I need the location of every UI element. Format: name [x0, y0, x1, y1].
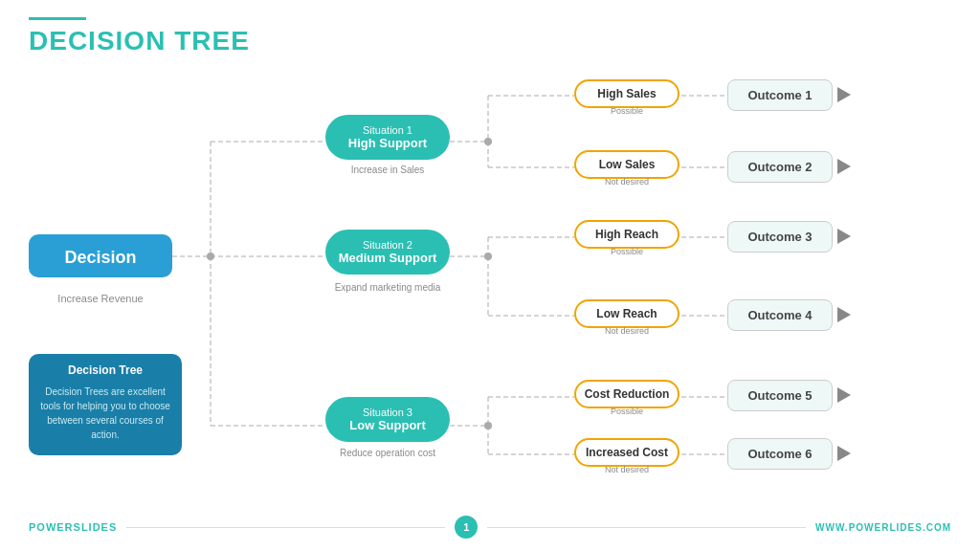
footer-page-number: 1: [455, 516, 478, 539]
svg-point-24: [484, 422, 492, 429]
condition-increased-cost: Increased Cost: [574, 438, 679, 467]
condition-low-reach: Low Reach: [574, 299, 679, 328]
outcome-4-label: Outcome 4: [734, 308, 826, 322]
page-title: DECISION TREE: [29, 26, 250, 56]
outcome-4-arrow: [837, 307, 851, 322]
outcome-2-arrow: [837, 159, 851, 174]
situation-1-sublabel: Increase in Sales: [325, 165, 450, 175]
svg-point-12: [484, 138, 492, 145]
condition-cost-reduction-label: Cost Reduction: [584, 387, 670, 401]
info-box: Decision Tree Decision Trees are excelle…: [29, 354, 182, 455]
condition-low-reach-label: Low Reach: [584, 307, 670, 320]
condition-high-reach-label: High Reach: [584, 228, 670, 241]
outcome-box-5: Outcome 5: [727, 380, 833, 411]
outcome-1-arrow: [837, 87, 851, 102]
info-box-title: Decision Tree: [40, 363, 170, 377]
condition-increased-cost-label: Increased Cost: [584, 446, 670, 459]
outcome-3-arrow: [837, 229, 851, 244]
situation-node-2: Situation 2 Medium Support: [325, 230, 450, 275]
situation-1-line1: Situation 1: [333, 124, 442, 136]
footer: POWERSLIDES 1 WWW.POWERLIDES.COM: [0, 516, 980, 539]
outcome-2-label: Outcome 2: [734, 160, 826, 174]
situation-3-line2: Low Support: [333, 418, 442, 432]
footer-brand-black: POWER: [29, 521, 74, 533]
outcome-6-arrow: [837, 446, 851, 461]
header-accent-line: [29, 17, 86, 20]
title-black: DECISION: [29, 26, 166, 55]
svg-point-6: [207, 253, 214, 260]
outcome-box-1: Outcome 1: [727, 79, 833, 111]
outcome-box-3: Outcome 3: [727, 221, 833, 253]
outcome-box-4: Outcome 4: [727, 299, 833, 331]
situation-3-sublabel: Reduce operation cost: [325, 448, 450, 458]
condition-increased-cost-sublabel: Not desired: [574, 465, 679, 474]
info-box-description: Decision Trees are excellent tools for h…: [40, 385, 170, 442]
svg-point-18: [484, 253, 492, 260]
header: DECISION TREE: [29, 17, 250, 56]
title-teal: TREE: [166, 26, 249, 55]
footer-brand: POWERSLIDES: [29, 521, 117, 533]
outcome-box-6: Outcome 6: [727, 438, 833, 470]
decision-sublabel: Increase Revenue: [29, 293, 172, 304]
situation-1-line2: High Support: [333, 136, 442, 150]
outcome-5-arrow: [837, 387, 851, 403]
condition-low-sales-label: Low Sales: [584, 158, 670, 171]
condition-high-reach: High Reach: [574, 220, 679, 249]
condition-high-sales-sublabel: Possible: [574, 106, 679, 116]
outcome-5-label: Outcome 5: [734, 388, 826, 403]
outcome-box-2: Outcome 2: [727, 151, 833, 183]
situation-3-line1: Situation 3: [333, 407, 442, 418]
footer-brand-teal: SLIDES: [74, 521, 118, 533]
condition-high-sales: High Sales: [574, 79, 679, 108]
footer-line-right: [487, 527, 806, 528]
decision-node: Decision: [29, 234, 172, 277]
situation-2-line1: Situation 2: [333, 239, 442, 251]
situation-node-3: Situation 3 Low Support: [325, 397, 450, 442]
condition-high-sales-label: High Sales: [584, 87, 670, 100]
condition-low-sales: Low Sales: [574, 150, 679, 179]
situation-2-sublabel: Expand marketing media: [325, 282, 450, 293]
outcome-6-label: Outcome 6: [734, 447, 826, 461]
condition-cost-reduction-sublabel: Possible: [574, 407, 679, 416]
situation-node-1: Situation 1 High Support: [325, 115, 450, 160]
condition-high-reach-sublabel: Possible: [574, 247, 679, 256]
condition-cost-reduction: Cost Reduction: [574, 380, 679, 408]
footer-line-left: [126, 527, 445, 528]
footer-website: WWW.POWERLIDES.COM: [815, 522, 951, 533]
outcome-3-label: Outcome 3: [734, 230, 826, 244]
decision-label: Decision: [38, 248, 163, 268]
condition-low-reach-sublabel: Not desired: [574, 326, 679, 336]
outcome-1-label: Outcome 1: [734, 88, 826, 102]
situation-2-line2: Medium Support: [333, 251, 442, 265]
condition-low-sales-sublabel: Not desired: [574, 177, 679, 187]
